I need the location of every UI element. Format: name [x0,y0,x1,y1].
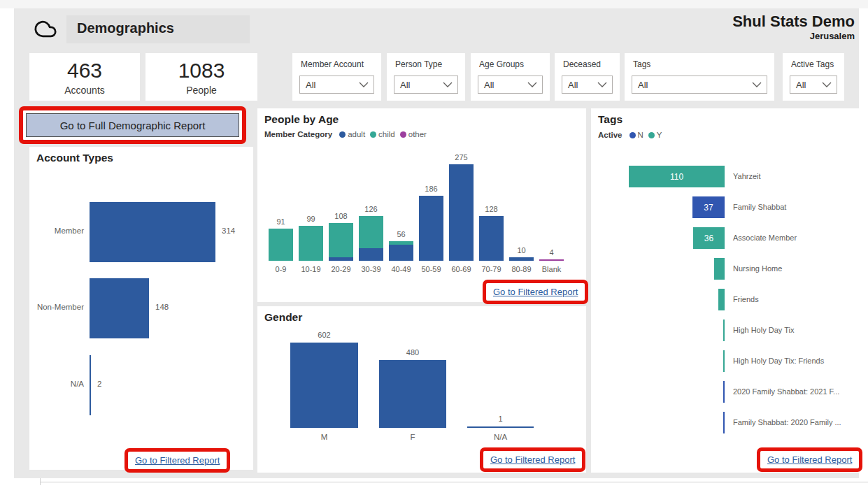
axis-label-60-69: 60-69 [446,265,476,273]
chevron-down-icon [527,82,537,88]
filter-tags-label: Tags [633,59,650,69]
bar-segment-adult-60-69[interactable] [449,164,474,261]
filter-deceased: Deceased All [555,53,620,101]
axis-label-m: M [290,433,358,441]
bar-n-a[interactable] [467,426,534,428]
bar-nursing-home[interactable] [714,258,725,280]
filter-active-tags: Active Tags All [783,53,844,101]
bar-segment-other-blank[interactable] [539,259,564,261]
cloud-icon [32,18,60,41]
bar-segment-adult-50-59[interactable] [419,196,443,261]
brand-subtitle: Jerusalem [732,31,855,42]
tag-label-yahrzeit: Yahrzeit [733,172,761,180]
bar-segment-adult-20-29[interactable] [329,257,353,261]
full-report-button[interactable]: Go to Full Demographic Report [26,113,239,137]
bar-segment-adult-40-49[interactable] [389,245,413,261]
bar-total-label: 128 [476,205,506,213]
bar-high-holy-day-tix-friends[interactable] [723,350,725,372]
chevron-down-icon [752,82,762,88]
filter-tags: Tags All [625,53,774,101]
annotation-box-gender-link: Go to Filtered Report [480,447,585,472]
category-label-member: Member [29,227,84,235]
horizontal-scrollbar[interactable] [40,482,868,482]
bar-total-label: 108 [326,212,356,220]
bar-value-label: 602 [290,331,358,339]
bar-total-label: 126 [356,205,386,213]
bar-n-a[interactable] [90,355,91,415]
tag-label-family-shabbat: Family Shabbat [733,203,786,211]
bar-segment-adult-80-89[interactable] [509,257,534,261]
bar-segment-adult-70-79[interactable] [479,216,504,261]
filter-deceased-dropdown[interactable]: All [562,76,613,94]
annotation-box-account-link: Go to Filtered Report [124,448,230,473]
bar-f[interactable] [379,360,446,428]
kpi-people-label: People [145,85,257,96]
filtered-report-link-people-by-age[interactable]: Go to Filtered Report [493,287,578,297]
kpi-card-people: 1083 People [145,53,257,101]
axis-label-70-79: 70-79 [476,265,506,273]
bar-family-shabbat-2020-family[interactable] [723,412,725,433]
axis-label-30-39: 30-39 [356,265,386,273]
axis-label-blank: Blank [536,265,567,273]
bar-family-shabbat[interactable]: 37 [692,196,725,218]
filtered-report-link-account-types[interactable]: Go to Filtered Report [135,455,220,466]
bar-segment-child-20-29[interactable] [329,223,353,257]
tag-label-associate-member: Associate Member [733,234,797,242]
axis-label-80-89: 80-89 [506,265,536,273]
bar-associate-member[interactable]: 36 [693,227,725,249]
top-strip [0,0,868,8]
bar-total-label: 4 [536,248,567,257]
bar-member[interactable] [90,202,215,262]
filtered-report-link-gender[interactable]: Go to Filtered Report [490,454,575,465]
bar-m[interactable] [290,343,358,428]
bar-segment-child-30-39[interactable] [359,216,383,248]
filter-age-groups-dropdown[interactable]: All [478,76,543,94]
dropdown-value: All [484,80,527,90]
bar-friends[interactable] [718,289,725,310]
bar-high-holy-day-tix[interactable] [723,320,725,341]
filter-tags-dropdown[interactable]: All [632,76,767,94]
tag-label-nursing-home: Nursing Home [733,264,782,273]
filter-person-type: Person Type All [387,53,465,101]
tag-label-2020-family-shabbat-2021-f: 2020 Family Shabbat: 2021 F... [733,387,839,396]
axis-label-20-29: 20-29 [326,265,356,273]
bar-segment-adult-30-39[interactable] [359,248,383,261]
brand: Shul Stats Demo Jerusalem [732,13,855,42]
filter-member-account: Member Account All [292,53,381,101]
filter-member-account-dropdown[interactable]: All [299,76,374,94]
bar-total-label: 10 [506,246,536,254]
axis-label-0-9: 0-9 [266,265,296,273]
filter-age-groups-label: Age Groups [479,59,524,69]
card-tags: Tags Active N Y 110Yahrzeit37Family Shab… [591,108,859,473]
bar-yahrzeit[interactable]: 110 [629,166,725,187]
report-page: Demographics Shul Stats Demo Jerusalem 4… [0,0,868,488]
dropdown-value: All [638,80,752,90]
bar-value-label: 480 [379,348,446,357]
filter-active-tags-dropdown[interactable]: All [790,76,837,94]
dropdown-value: All [400,80,443,90]
axis-label-40-49: 40-49 [386,265,416,273]
kpi-accounts-label: Accounts [29,85,140,96]
annotation-box-age-link: Go to Filtered Report [483,280,588,304]
bar-total-label: 99 [296,215,326,223]
bar-segment-child-40-49[interactable] [389,241,413,245]
bar-total-label: 275 [446,153,476,162]
tag-label-family-shabbat-2020-family: Family Shabbat: 2020 Family ... [733,418,841,426]
brand-title: Shul Stats Demo [732,13,855,31]
filter-person-type-dropdown[interactable]: All [394,76,458,94]
people-by-age-plot: 910-99910-1910820-2912630-395640-4918650… [257,108,586,302]
filtered-report-link-tags[interactable]: Go to Filtered Report [767,454,852,465]
bar-2020-family-shabbat-2021-f[interactable] [723,381,725,403]
card-account-types: Account Types Member314Non-Member148N/A2 [29,147,253,470]
filter-person-type-label: Person Type [395,59,442,69]
account-types-plot: Member314Non-Member148N/A2 [29,147,253,470]
bar-non-member[interactable] [90,278,149,338]
dropdown-value: All [306,80,359,90]
bar-segment-child-10-19[interactable] [299,226,323,261]
kpi-accounts-value: 463 [29,59,140,82]
bar-value-label: 314 [222,227,235,235]
tag-label-friends: Friends [733,295,759,303]
bar-segment-child-0-9[interactable] [269,229,293,261]
bar-value-label: 37 [704,203,713,213]
axis-label-f: F [379,433,446,441]
